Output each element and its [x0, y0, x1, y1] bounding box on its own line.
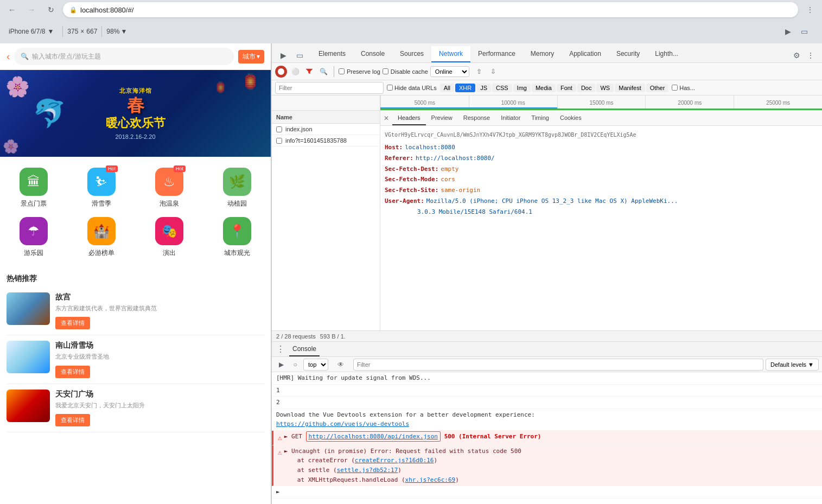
- filter-type-buttons: All XHR JS CSS Img Media Font Doc WS Man…: [440, 84, 695, 92]
- address-bar[interactable]: 🔒 localhost:8080/#/: [63, 2, 798, 17]
- disable-cache-label[interactable]: Disable cache: [383, 68, 428, 75]
- has-filter-checkbox[interactable]: [672, 85, 678, 91]
- filter-img[interactable]: Img: [513, 84, 531, 92]
- device-selector[interactable]: iPhone 6/7/8 ▼: [4, 25, 58, 37]
- filter-input[interactable]: [275, 82, 384, 94]
- console-filter-input[interactable]: [353, 359, 763, 371]
- mobile-back-button[interactable]: ‹: [7, 51, 10, 62]
- throttle-select[interactable]: Online Offline Slow 3G Fast 3G: [430, 66, 469, 77]
- preserve-log-label[interactable]: Preserve log: [339, 68, 380, 75]
- clear-button[interactable]: ⚪: [289, 66, 301, 78]
- menu-button[interactable]: ⋮: [802, 2, 818, 17]
- category-游乐园[interactable]: ☂ 游乐园: [0, 213, 68, 262]
- category-icon-演出: 🎭: [155, 217, 183, 245]
- category-演出[interactable]: 🎭 演出: [136, 213, 203, 262]
- category-必游榜单[interactable]: 🏰 必游榜单: [68, 213, 136, 262]
- mobile-content: ‹ 🔍 输入城市/景点/游玩主题 城市 ▾ 🌸 🏮 🌸 🏮: [0, 43, 271, 504]
- details-tab-initiator[interactable]: Initiator: [495, 111, 526, 125]
- mobile-search-bar[interactable]: 🔍 输入城市/景点/游玩主题: [14, 48, 234, 65]
- category-泡温泉[interactable]: ♨ Hot 泡温泉: [136, 163, 203, 213]
- create-error-link[interactable]: createError.js?16d0:16: [355, 457, 434, 464]
- console-stop-icon[interactable]: ○: [289, 359, 301, 371]
- city-button[interactable]: 城市 ▾: [238, 50, 264, 63]
- attraction-故宫: 故宫 东方宫殿建筑代表，世界宫殿建筑典范 查看详情: [7, 287, 264, 335]
- upload-button[interactable]: ⇧: [474, 66, 485, 77]
- close-details-button[interactable]: ✕: [384, 114, 389, 122]
- context-selector[interactable]: top: [303, 359, 328, 371]
- inspect-element-icon[interactable]: ▶: [781, 24, 795, 39]
- tab-security[interactable]: Security: [609, 46, 647, 62]
- filter-other[interactable]: Other: [646, 84, 669, 92]
- default-levels-button[interactable]: Default levels ▼: [766, 359, 819, 371]
- download-button[interactable]: ⇩: [488, 66, 499, 77]
- request-item-index[interactable]: index.json: [272, 124, 380, 135]
- filter-js[interactable]: JS: [476, 84, 491, 92]
- eye-icon[interactable]: 👁: [335, 359, 347, 371]
- tab-sources[interactable]: Sources: [392, 46, 431, 62]
- tab-network[interactable]: Network: [431, 46, 470, 62]
- console-run-icon[interactable]: ▶: [275, 359, 287, 371]
- request-item-info[interactable]: info?t=1601451835788: [272, 135, 380, 146]
- filter-manifest[interactable]: Manifest: [615, 84, 645, 92]
- vue-devtools-link[interactable]: https://github.com/vuejs/vue-devtools: [276, 420, 409, 428]
- hide-data-urls-checkbox[interactable]: [387, 85, 393, 91]
- devtools-settings-icon[interactable]: ⚙: [789, 48, 804, 62]
- request-checkbox-index[interactable]: [276, 126, 282, 132]
- hide-data-urls-label[interactable]: Hide data URLs: [387, 85, 437, 91]
- tab-memory[interactable]: Memory: [523, 46, 562, 62]
- category-城市观光[interactable]: 📍 城市观光: [203, 213, 271, 262]
- record-button[interactable]: [275, 66, 287, 78]
- hide-data-urls-text: Hide data URLs: [394, 85, 437, 91]
- details-tab-timing[interactable]: Timing: [526, 111, 555, 125]
- detail-btn-故宫[interactable]: 查看详情: [55, 317, 90, 329]
- filter-font[interactable]: Font: [557, 84, 576, 92]
- request-details-tabs: ✕ Headers Preview Response Initiator Tim…: [380, 111, 822, 126]
- default-levels-dropdown-icon: ▼: [808, 361, 814, 368]
- details-tab-preview[interactable]: Preview: [426, 111, 458, 125]
- console-panel: ⋮ Console ▶ ○ top 👁 Default levels ▼: [272, 341, 822, 504]
- tab-lighthouse[interactable]: Lighth...: [647, 46, 686, 62]
- category-icon-泡温泉: ♨ Hot: [155, 168, 183, 196]
- back-button[interactable]: ←: [4, 2, 20, 17]
- tab-console[interactable]: Console: [353, 46, 392, 62]
- filter-all[interactable]: All: [440, 84, 454, 92]
- category-icon-动植园: 🌿: [223, 168, 251, 196]
- device-toggle-icon[interactable]: ▭: [797, 24, 811, 39]
- reload-button[interactable]: ↻: [43, 2, 59, 17]
- timeline-green-bar: [380, 109, 822, 110]
- detail-btn-天安门[interactable]: 查看详情: [55, 414, 90, 426]
- console-tab-console[interactable]: Console: [289, 342, 320, 356]
- search-network-button[interactable]: 🔍: [317, 66, 329, 78]
- devtools-more-icon[interactable]: ⋮: [804, 48, 818, 62]
- tab-elements[interactable]: Elements: [311, 46, 353, 62]
- filter-css[interactable]: CSS: [492, 84, 512, 92]
- forward-button[interactable]: →: [24, 2, 39, 17]
- preserve-log-checkbox[interactable]: [339, 68, 345, 74]
- attraction-name-南山: 南山滑雪场: [55, 341, 264, 350]
- disable-cache-checkbox[interactable]: [383, 68, 388, 74]
- error-url-link[interactable]: http://localhost:8080/api/index.json: [306, 431, 441, 442]
- devtools-mobile-icon[interactable]: ▭: [292, 48, 307, 62]
- details-tab-cookies[interactable]: Cookies: [555, 111, 587, 125]
- filter-media[interactable]: Media: [532, 84, 556, 92]
- category-动植园[interactable]: 🌿 动植园: [203, 163, 271, 213]
- has-filter-label[interactable]: Has...: [672, 84, 695, 92]
- devtools-inspect-icon[interactable]: ▶: [276, 48, 290, 62]
- console-line-expand[interactable]: ►: [272, 486, 822, 499]
- tab-performance[interactable]: Performance: [470, 46, 523, 62]
- request-checkbox-info[interactable]: [276, 138, 282, 144]
- filter-xhr[interactable]: XHR: [455, 84, 475, 92]
- details-tab-response[interactable]: Response: [458, 111, 496, 125]
- console-tab-dots[interactable]: ⋮: [276, 344, 285, 354]
- detail-btn-南山[interactable]: 查看详情: [55, 366, 90, 378]
- xhr-link[interactable]: xhr.js?ec6c:69: [405, 476, 456, 483]
- tab-application[interactable]: Application: [562, 46, 609, 62]
- details-tab-headers[interactable]: Headers: [392, 111, 426, 125]
- filter-ws[interactable]: WS: [596, 84, 614, 92]
- category-label-城市观光: 城市观光: [224, 248, 250, 258]
- filter-doc[interactable]: Doc: [577, 84, 596, 92]
- filter-button[interactable]: [303, 66, 315, 78]
- category-景点门票[interactable]: 🏛 景点门票: [0, 163, 68, 213]
- settle-link[interactable]: settle.js?db52:17: [337, 467, 398, 474]
- category-滑雪季[interactable]: ⛷ Hot 滑雪季: [68, 163, 136, 213]
